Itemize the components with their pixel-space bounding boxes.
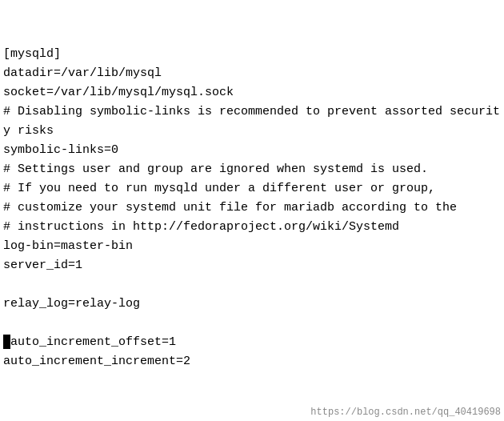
code-editor: [mysqld]datadir=/var/lib/mysqlsocket=/va… <box>0 0 504 421</box>
code-line: # Disabling symbolic-links is recommende… <box>3 102 501 141</box>
code-line: # Settings user and group are ignored wh… <box>3 160 501 179</box>
code-line: relay_log=relay-log <box>3 295 501 314</box>
code-line: server_id=1 <box>3 256 501 275</box>
text-cursor <box>3 335 10 349</box>
watermark: https://blog.csdn.net/qq_40419698 <box>310 407 501 418</box>
code-line: # customize your systemd unit file for m… <box>3 198 501 218</box>
code-line: [mysqld] <box>3 45 501 64</box>
code-line: # If you need to run mysqld under a diff… <box>3 179 501 198</box>
code-line: datadir=/var/lib/mysql <box>3 64 501 83</box>
code-content: [mysqld]datadir=/var/lib/mysqlsocket=/va… <box>3 6 501 371</box>
code-line: # instructions in http://fedoraproject.o… <box>3 218 501 237</box>
code-line <box>3 314 501 333</box>
code-line: log-bin=master-bin <box>3 237 501 256</box>
code-line: auto_increment_increment=2 <box>3 352 501 371</box>
code-line: symbolic-links=0 <box>3 141 501 160</box>
code-line: socket=/var/lib/mysql/mysql.sock <box>3 83 501 102</box>
code-line <box>3 275 501 295</box>
